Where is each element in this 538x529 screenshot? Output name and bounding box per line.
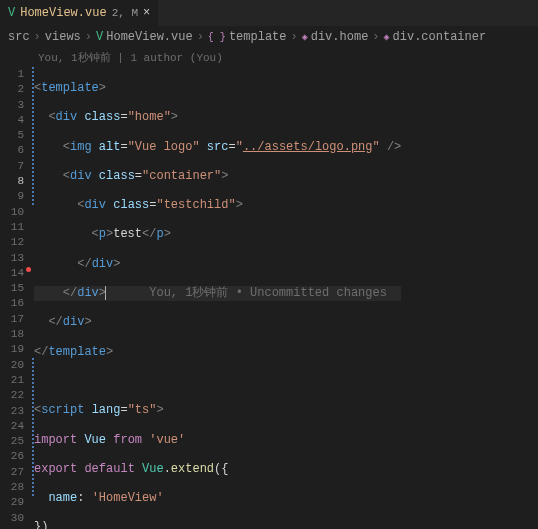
code-line[interactable]: }) (34, 520, 401, 529)
line-number: 14 (0, 266, 24, 281)
line-number: 23 (0, 404, 24, 419)
line-number: 17 (0, 312, 24, 327)
line-number: 18 (0, 327, 24, 342)
line-number: 25 (0, 434, 24, 449)
cube-icon: ◈ (302, 31, 308, 43)
line-number: 9 (0, 189, 24, 204)
code-line-active[interactable]: </div> You, 1秒钟前 • Uncommitted changes (34, 286, 401, 301)
crumb-views[interactable]: views (45, 30, 81, 44)
chevron-right-icon: › (372, 30, 379, 44)
code-line[interactable] (34, 374, 401, 389)
line-number: 22 (0, 388, 24, 403)
line-number: 4 (0, 113, 24, 128)
error-indicator (26, 267, 31, 272)
code-line[interactable]: <script lang="ts"> (34, 403, 401, 418)
line-number: 11 (0, 220, 24, 235)
code-line[interactable]: <div class="container"> (34, 169, 401, 184)
text-cursor (105, 286, 106, 300)
chevron-right-icon: › (290, 30, 297, 44)
line-number: 21 (0, 373, 24, 388)
vue-icon: V (96, 30, 103, 44)
code-line[interactable]: export default Vue.extend({ (34, 462, 401, 477)
editor-tab[interactable]: V HomeView.vue 2, M × (0, 0, 159, 26)
tab-filename: HomeView.vue (20, 6, 106, 20)
code-line[interactable]: <template> (34, 81, 401, 96)
line-number: 20 (0, 358, 24, 373)
inline-git-blame: You, 1秒钟前 • Uncommitted changes (149, 286, 387, 300)
code-editor[interactable]: 1234567891011121314151617181920212223242… (0, 67, 538, 529)
tab-bar: V HomeView.vue 2, M × (0, 0, 538, 26)
crumb-src[interactable]: src (8, 30, 30, 44)
line-number: 6 (0, 143, 24, 158)
line-number: 30 (0, 511, 24, 526)
line-number: 8 (0, 174, 24, 189)
line-number: 12 (0, 235, 24, 250)
line-number: 15 (0, 281, 24, 296)
git-blame-summary: You, 1秒钟前 | 1 author (You) (0, 48, 538, 67)
crumb-div-home[interactable]: ◈div.home (302, 30, 369, 44)
line-number: 28 (0, 480, 24, 495)
line-number: 3 (0, 98, 24, 113)
code-line[interactable]: <div class="testchild"> (34, 198, 401, 213)
code-line[interactable]: </div> (34, 257, 401, 272)
line-number: 16 (0, 296, 24, 311)
code-line[interactable]: name: 'HomeView' (34, 491, 401, 506)
line-number: 5 (0, 128, 24, 143)
code-line[interactable]: </template> (34, 345, 401, 360)
vue-icon: V (8, 6, 15, 20)
line-number: 13 (0, 251, 24, 266)
chevron-right-icon: › (34, 30, 41, 44)
close-icon[interactable]: × (143, 6, 150, 20)
line-number: 19 (0, 342, 24, 357)
braces-icon: { } (208, 32, 226, 43)
git-change-indicator (32, 358, 34, 498)
chevron-right-icon: › (197, 30, 204, 44)
code-line[interactable]: <div class="home"> (34, 110, 401, 125)
line-number: 10 (0, 205, 24, 220)
code-line[interactable]: <p>test</p> (34, 227, 401, 242)
code-line[interactable]: import Vue from 'vue' (34, 433, 401, 448)
crumb-template[interactable]: { }template (208, 30, 287, 44)
crumb-div-container[interactable]: ◈div.container (384, 30, 487, 44)
line-number: 29 (0, 495, 24, 510)
breadcrumb[interactable]: src › views › VHomeView.vue › { }templat… (0, 26, 538, 48)
line-number: 27 (0, 465, 24, 480)
line-number: 7 (0, 159, 24, 174)
git-change-indicator (32, 67, 34, 206)
line-number: 1 (0, 67, 24, 82)
line-number-gutter: 1234567891011121314151617181920212223242… (0, 67, 34, 529)
code-line[interactable]: </div> (34, 315, 401, 330)
cube-icon: ◈ (384, 31, 390, 43)
tab-status: 2, M (112, 7, 138, 19)
crumb-file[interactable]: VHomeView.vue (96, 30, 193, 44)
line-number: 2 (0, 82, 24, 97)
code-area[interactable]: <template> <div class="home"> <img alt="… (34, 67, 401, 529)
line-number: 24 (0, 419, 24, 434)
code-line[interactable]: <img alt="Vue logo" src="../assets/logo.… (34, 140, 401, 155)
chevron-right-icon: › (85, 30, 92, 44)
line-number: 26 (0, 449, 24, 464)
